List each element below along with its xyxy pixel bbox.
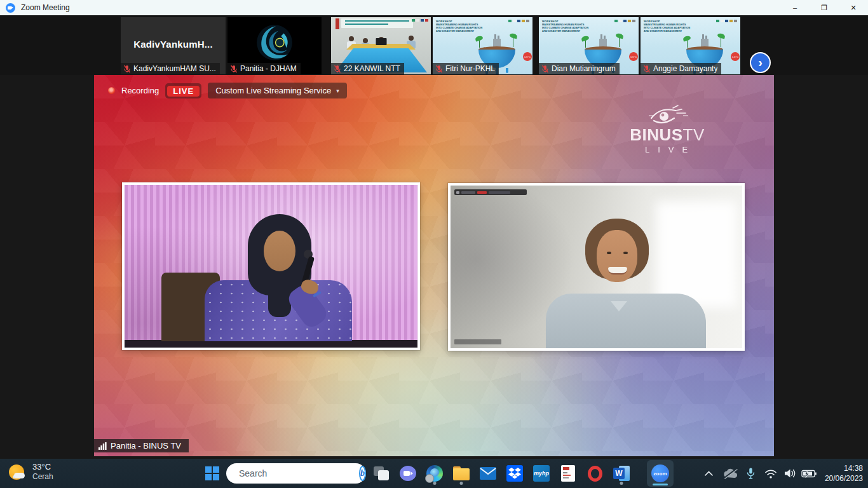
task-view-button[interactable] [369,461,394,486]
participant-name-text: KadivYankumHAM SU... [133,64,216,73]
volume-tray-button[interactable] [780,464,799,483]
slide-text: WORKSHOP MAINSTREAMING HUMAN RIGHTS INTO… [644,20,705,32]
tray-chevron-up-button[interactable] [699,464,718,483]
start-button[interactable] [200,461,225,486]
muted-mic-icon [435,65,443,73]
temperature-badge: 1.5°C [523,52,532,61]
close-button[interactable]: ✕ [839,0,868,15]
mail-button[interactable] [475,461,501,486]
opera-icon [588,466,602,482]
bing-chat-icon[interactable]: b [359,466,366,481]
mail-icon [480,467,496,480]
slide-line: AND DISASTER MANAGEMENT [644,29,705,32]
active-speaker-name: Panitia - BINUS TV [111,441,181,451]
nested-recording-bar [454,189,527,195]
smile [608,267,627,274]
banner-logos [412,19,428,22]
participant-name-label: Anggie Damayanty [641,63,721,74]
battery-tray-button[interactable] [799,464,818,483]
slide-logos [614,20,635,22]
audio-level-icon [98,442,107,450]
live-badge: LIVE [167,86,200,97]
restore-button[interactable]: ❐ [810,0,839,15]
chevron-down-icon: ▾ [336,88,339,94]
participant-tile-anggie[interactable]: WORKSHOP MAINSTREAMING HUMAN RIGHTS INTO… [641,17,740,74]
file-explorer-button[interactable] [449,461,474,486]
brand-light-text: TV [683,125,705,144]
stream-service-label: Custom Live Streaming Service [215,86,331,95]
wifi-tray-button[interactable] [761,464,780,483]
word-button[interactable]: W [609,461,634,486]
dropbox-icon [506,465,523,482]
muted-mic-icon [541,65,549,73]
pdf-app-button[interactable] [555,461,581,486]
participant-tile-panitia-djham[interactable]: Panitia - DJHAM [227,17,322,74]
banner [341,18,413,28]
participant-display-name: KadivYankumH... [121,39,226,50]
edge-button[interactable] [422,461,447,486]
participant-name-label: KadivYankumHAM SU... [121,63,220,74]
sun-cloud-icon [8,463,27,482]
participant-tile-kanwil-ntt[interactable]: 22 KANWIL NTT [331,17,431,74]
muted-mic-icon [643,65,651,73]
participant-tile-dian[interactable]: WORKSHOP MAINSTREAMING HUMAN RIGHTS INTO… [539,17,639,74]
dropbox-button[interactable] [502,461,527,486]
opera-button[interactable] [582,461,607,486]
stream-service-dropdown[interactable]: Custom Live Streaming Service ▾ [208,83,347,98]
brand-bold-text: BINUS [630,125,682,144]
taskbar-search[interactable]: b [226,463,366,484]
microphone-tray-button[interactable] [741,464,760,483]
word-icon: W [613,465,630,482]
active-speaker-label: Panitia - BINUS TV [94,439,189,452]
participant-name-label: Fitri Nur-PKHL [433,63,499,74]
minimize-button[interactable]: – [780,0,810,15]
participant-tile-fitri-nur[interactable]: WORKSHOP MAINSTREAMING HUMAN RIGHTS INTO… [433,17,532,74]
slide-text: WORKSHOP MAINSTREAMING HUMAN RIGHTS INTO… [542,20,604,32]
next-participants-button[interactable]: › [750,52,771,73]
search-input[interactable] [239,468,354,478]
participant-tile-kadivyankumham[interactable]: KadivYankumH... KadivYankumHAM SU... [121,17,226,74]
eye-icon [648,103,689,126]
monitor [376,38,386,45]
zoom-icon: zoom [651,464,669,482]
myhp-icon: myhp [533,465,550,482]
slide-logos [716,20,737,22]
chat-icon [400,466,416,481]
djham-logo [255,23,294,62]
window-controls: – ❐ ✕ [780,0,868,15]
myhp-button[interactable]: myhp [529,461,554,486]
red-flag [336,18,339,29]
active-app-indicator [653,484,668,485]
participant-name-text: 22 KANWIL NTT [344,64,400,73]
binus-tv-logo: BINUSTV LIVE [616,103,718,154]
window-light [656,201,737,308]
live-badge-container[interactable]: LIVE [165,83,201,98]
tray-clock[interactable]: 14:38 20/06/2023 [825,463,863,484]
chat-button[interactable] [395,461,421,486]
muted-mic-icon [230,65,238,73]
pdf-document-icon [561,465,575,482]
recording-dot-icon [108,87,115,94]
chevron-up-icon [705,471,713,476]
brand-live-text: LIVE [616,145,718,154]
battery-charging-icon [801,470,817,478]
speaker-woman [200,214,358,341]
clock-time: 14:38 [825,463,863,473]
slide-logos [508,20,529,22]
onedrive-tray-button[interactable] [721,464,740,483]
temperature-badge: 1.5°C [629,52,638,61]
weather-condition: Cerah [32,472,53,482]
muted-mic-icon [334,65,341,73]
recording-bar: Recording LIVE Custom Live Streaming Ser… [108,83,347,98]
zoom-meeting-window: Zoom Meeting – ❐ ✕ KadivYankumH... Kadiv… [0,0,868,488]
folder-icon [453,466,470,480]
weather-widget[interactable]: 33°C Cerah [8,462,53,482]
participant-filmstrip: KadivYankumH... KadivYankumHAM SU... Pan… [0,15,868,75]
clock-date: 20/06/2023 [825,473,863,484]
title-bar: Zoom Meeting – ❐ ✕ [0,0,868,15]
microphone-icon [747,468,755,479]
shirt-collar [611,301,627,311]
zoom-taskbar-button[interactable]: zoom [647,460,674,487]
participant-name-text: Anggie Damayanty [653,64,717,73]
participant-name-text: Panitia - DJHAM [240,64,297,73]
